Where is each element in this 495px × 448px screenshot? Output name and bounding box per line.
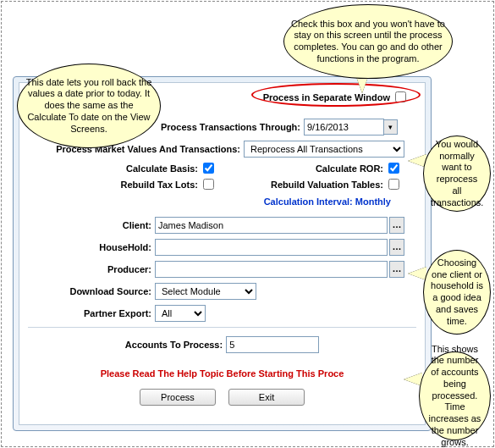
rebuild-val-checkbox[interactable] bbox=[388, 179, 399, 190]
callout-separate-window: Check this box and you won't have to sta… bbox=[283, 4, 453, 79]
calc-basis-checkbox[interactable] bbox=[203, 163, 214, 174]
download-source-select[interactable]: Select Module bbox=[155, 283, 256, 300]
rebuild-val-label: Rebuild Valuation Tables: bbox=[271, 180, 387, 190]
rebuild-tax-checkbox[interactable] bbox=[203, 179, 214, 190]
producer-picker-button[interactable]: … bbox=[389, 261, 404, 278]
chevron-down-icon[interactable]: ▾ bbox=[384, 119, 398, 135]
partner-export-label: Partner Export: bbox=[28, 308, 155, 318]
separate-window-label: Process in Separate Window bbox=[263, 92, 393, 102]
callout-account-count: This shows the number of accounts being … bbox=[419, 351, 491, 440]
calc-interval-label: Calculation Interval: Monthly bbox=[28, 196, 416, 207]
market-values-select[interactable]: Reprocess All Transactions bbox=[244, 141, 404, 158]
callout-date-rollback: This date lets you roll back the values … bbox=[17, 64, 161, 148]
divider bbox=[28, 327, 416, 328]
callout-text: This date lets you roll back the values … bbox=[25, 77, 153, 136]
producer-label: Producer: bbox=[28, 264, 155, 274]
separate-window-row: Process in Separate Window bbox=[263, 91, 408, 102]
callout-tail bbox=[408, 267, 426, 280]
calc-ror-label: Calculate ROR: bbox=[316, 163, 387, 174]
through-date-input[interactable] bbox=[304, 119, 384, 136]
callout-reprocess: You would normally want to reprocess all… bbox=[423, 136, 491, 212]
process-button[interactable]: Process bbox=[140, 389, 216, 406]
warning-text: Please Read The Help Topic Before Starti… bbox=[28, 368, 416, 379]
client-picker-button[interactable]: … bbox=[389, 217, 404, 234]
callout-client-choice: Choosing one client or household is a go… bbox=[423, 250, 491, 335]
rebuild-tax-label: Rebuild Tax Lots: bbox=[28, 180, 201, 190]
household-picker-button[interactable]: … bbox=[389, 239, 404, 256]
partner-export-select[interactable]: All bbox=[155, 305, 206, 322]
calc-basis-label: Calculate Basis: bbox=[28, 163, 201, 174]
through-label: Process Transactions Through: bbox=[161, 122, 304, 132]
callout-text: Choosing one client or household is a go… bbox=[431, 257, 483, 328]
household-input[interactable] bbox=[155, 239, 388, 256]
producer-input[interactable] bbox=[155, 261, 388, 278]
client-input[interactable] bbox=[155, 217, 388, 234]
market-values-label: Process Market Values And Transactions: bbox=[28, 144, 244, 154]
separate-window-checkbox[interactable] bbox=[395, 91, 406, 102]
callout-text: Check this box and you won't have to sta… bbox=[291, 19, 445, 65]
exit-button[interactable]: Exit bbox=[228, 389, 305, 406]
callout-text: This shows the number of accounts being … bbox=[426, 344, 483, 448]
accounts-label: Accounts To Process: bbox=[125, 340, 226, 350]
household-label: HouseHold: bbox=[28, 242, 155, 252]
download-source-label: Download Source: bbox=[28, 286, 155, 296]
accounts-count-input[interactable] bbox=[226, 336, 319, 353]
client-label: Client: bbox=[28, 220, 155, 230]
button-bar: Process Exit bbox=[28, 389, 416, 406]
calc-ror-checkbox[interactable] bbox=[388, 163, 399, 174]
callout-text: You would normally want to reprocess all… bbox=[431, 139, 483, 209]
